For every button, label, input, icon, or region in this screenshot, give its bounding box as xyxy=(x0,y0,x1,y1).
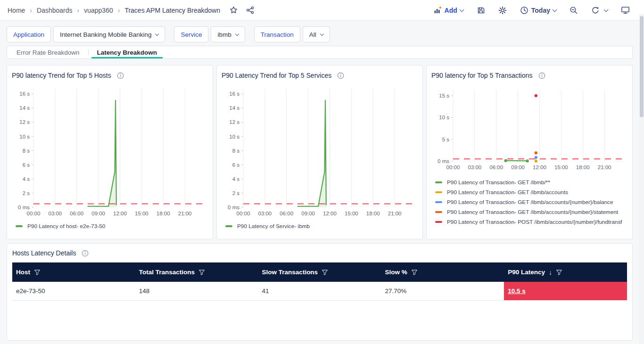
dashboard-body: Application Internet Banking Mobile Bank… xyxy=(0,21,644,341)
legend-swatch-icon xyxy=(435,221,442,223)
filter-funnel-icon[interactable] xyxy=(556,269,562,276)
column-header-slow-percent[interactable]: Slow % xyxy=(381,269,504,276)
svg-text:10 s: 10 s xyxy=(229,134,239,139)
column-header-slow-transactions[interactable]: Slow Transactions xyxy=(258,269,381,276)
legend-item[interactable]: P90 Latency of Transaction- GET /ibmb/ac… xyxy=(435,187,627,197)
svg-text:00:00: 00:00 xyxy=(27,211,41,216)
refresh-button[interactable] xyxy=(589,4,610,16)
svg-text:12:00: 12:00 xyxy=(533,164,546,170)
add-panel-button[interactable]: Add xyxy=(432,4,465,16)
dashboard-settings-button[interactable] xyxy=(496,4,509,16)
legend-label: P90 Latency of Transaction- GET /ibmb/ac… xyxy=(447,199,613,205)
service-filter-dropdown[interactable]: ibmb xyxy=(211,26,245,42)
legend-item[interactable]: P90 Latency of Transaction- GET /ibmb/** xyxy=(435,177,627,187)
panel-title: P90 latency for Top 5 Transactions xyxy=(431,72,533,79)
svg-text:12 s: 12 s xyxy=(19,119,30,125)
info-icon[interactable] xyxy=(117,72,124,79)
column-header-host[interactable]: Host xyxy=(12,269,135,276)
filter-funnel-icon[interactable] xyxy=(322,269,328,276)
page-scrollbar[interactable] xyxy=(639,14,644,344)
legend-item[interactable]: P90 Latency of host- e2e-73-50 xyxy=(16,221,208,231)
breadcrumb-separator-icon: › xyxy=(118,7,120,14)
legend-swatch-icon xyxy=(435,201,442,203)
breadcrumb-folder[interactable]: vuapp360 xyxy=(84,7,113,14)
panel-title: P90 Latency Trend for Top 5 Services xyxy=(222,72,331,79)
favorite-star-button[interactable] xyxy=(228,4,239,16)
svg-text:09:00: 09:00 xyxy=(511,164,525,170)
legend-swatch-icon xyxy=(225,225,232,227)
legend-label: P90 Latency of Transaction- GET /ibmb/ac… xyxy=(447,189,568,196)
svg-text:15 s: 15 s xyxy=(439,93,449,98)
breadcrumb-dashboards[interactable]: Dashboards xyxy=(37,7,73,14)
tab-latency-breakdown[interactable]: Latency Breakdown xyxy=(89,46,166,58)
svg-text:16 s: 16 s xyxy=(229,91,239,97)
filter-funnel-icon[interactable] xyxy=(411,269,418,276)
save-dashboard-button[interactable] xyxy=(475,4,487,16)
svg-text:03:00: 03:00 xyxy=(468,164,481,170)
svg-text:21:00: 21:00 xyxy=(388,211,402,216)
info-icon[interactable] xyxy=(538,72,545,79)
column-header-p90-latency[interactable]: P90 Latency ↓ xyxy=(504,269,627,276)
table-row: e2e-73-50 148 41 27.70% 10.5 s xyxy=(12,282,627,301)
legend-label: P90 Latency of Transaction- GET /ibmb/ac… xyxy=(447,209,618,215)
svg-text:8 s: 8 s xyxy=(232,148,240,154)
svg-text:0 ms: 0 ms xyxy=(438,158,449,164)
hosts-latency-chart[interactable]: 00:0003:0006:0009:0012:0015:0018:0021:00… xyxy=(12,82,210,220)
svg-text:14 s: 14 s xyxy=(229,105,239,111)
save-icon xyxy=(477,6,485,15)
time-range-picker[interactable]: Today xyxy=(518,4,558,16)
breakdown-tabs: Error Rate Breakdown Latency Breakdown xyxy=(7,46,633,59)
column-label: Total Transactions xyxy=(139,269,195,276)
zoom-out-icon xyxy=(570,6,578,15)
cell-total-transactions: 148 xyxy=(135,282,258,300)
legend-item[interactable]: P90 Latency of Transaction- GET /ibmb/ac… xyxy=(435,207,627,217)
breadcrumb-home[interactable]: Home xyxy=(8,7,25,14)
svg-text:12 s: 12 s xyxy=(229,119,239,125)
legend-item[interactable]: P90 Latency of Service- ibmb xyxy=(225,221,418,231)
application-filter-value: Internet Banking Mobile Banking xyxy=(60,31,151,38)
legend-item[interactable]: P90 Latency of Transaction- GET /ibmb/ac… xyxy=(435,197,627,207)
svg-text:03:00: 03:00 xyxy=(258,211,272,216)
panel-p90-latency-services: P90 Latency Trend for Top 5 Services 00:… xyxy=(216,65,423,239)
chevron-down-icon xyxy=(553,7,557,12)
legend-label: P90 Latency of Transaction- GET /ibmb/** xyxy=(447,179,550,186)
share-button[interactable] xyxy=(244,4,256,16)
add-label: Add xyxy=(445,7,457,14)
cell-slow-percent: 27.70% xyxy=(381,282,504,300)
scrollbar-thumb[interactable] xyxy=(640,16,644,117)
svg-text:18:00: 18:00 xyxy=(366,211,380,216)
chevron-down-icon xyxy=(155,32,159,35)
legend-item[interactable]: P90 Latency of Transaction- POST /ibmb/a… xyxy=(435,217,627,227)
transactions-latency-chart[interactable]: 00:0003:0006:0009:0012:0015:0018:0021:00… xyxy=(431,82,630,173)
tab-error-rate-breakdown[interactable]: Error Rate Breakdown xyxy=(8,46,88,58)
breadcrumb-separator-icon: › xyxy=(77,7,80,14)
panel-title: Hosts Latency Details xyxy=(12,249,76,257)
info-icon[interactable] xyxy=(82,250,89,257)
svg-text:21:00: 21:00 xyxy=(598,164,611,170)
svg-text:00:00: 00:00 xyxy=(237,211,250,216)
refresh-interval-chevron-icon[interactable] xyxy=(604,7,609,12)
application-filter-dropdown[interactable]: Internet Banking Mobile Banking xyxy=(53,26,165,42)
svg-text:09:00: 09:00 xyxy=(91,211,105,216)
zoom-out-time-button[interactable] xyxy=(568,4,580,16)
cell-p90-latency-alert[interactable]: 10.5 s xyxy=(504,282,627,300)
filter-row: Application Internet Banking Mobile Bank… xyxy=(7,26,633,42)
add-chart-icon xyxy=(434,6,442,14)
filter-funnel-icon[interactable] xyxy=(34,269,41,276)
chevron-down-icon xyxy=(320,32,324,35)
sort-desc-icon[interactable]: ↓ xyxy=(549,269,552,276)
breadcrumb-separator-icon: › xyxy=(30,7,32,14)
svg-text:14 s: 14 s xyxy=(19,105,30,111)
svg-text:15:00: 15:00 xyxy=(135,211,149,216)
services-latency-chart[interactable]: 00:0003:0006:0009:0012:0015:0018:0021:00… xyxy=(222,82,420,220)
filter-funnel-icon[interactable] xyxy=(198,269,205,276)
chevron-down-icon xyxy=(235,32,239,35)
tv-kiosk-mode-button[interactable] xyxy=(619,4,632,16)
column-header-total-transactions[interactable]: Total Transactions xyxy=(135,269,258,276)
transaction-filter-dropdown[interactable]: All xyxy=(303,26,330,42)
legend-label: P90 Latency of Service- ibmb xyxy=(237,223,310,229)
svg-text:09:00: 09:00 xyxy=(301,211,315,216)
info-icon[interactable] xyxy=(337,72,344,79)
column-label: P90 Latency xyxy=(508,269,545,276)
svg-text:2 s: 2 s xyxy=(232,190,240,196)
